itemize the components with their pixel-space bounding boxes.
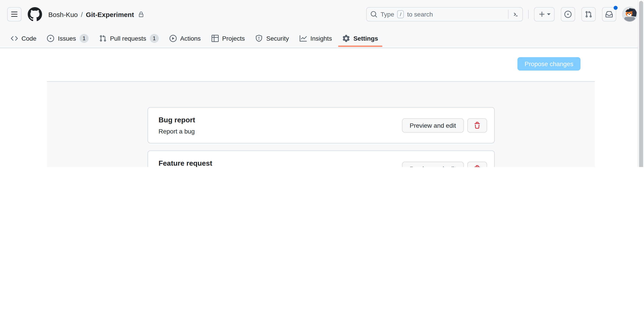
tab-label: Security bbox=[266, 35, 289, 42]
header-divider bbox=[528, 10, 528, 19]
issue-opened-icon bbox=[564, 11, 572, 18]
table-icon bbox=[212, 35, 219, 42]
delete-template-button[interactable] bbox=[467, 118, 487, 132]
issue-opened-icon bbox=[47, 35, 54, 42]
template-text: Bug report Report a bug bbox=[158, 115, 402, 136]
notifications-wrapper bbox=[602, 7, 616, 21]
preview-and-edit-button[interactable]: Preview and edit bbox=[402, 162, 464, 167]
github-logo-icon[interactable] bbox=[28, 7, 42, 21]
page: Bosh-Kuo / Git-Experiment Type / to sear… bbox=[0, 0, 644, 167]
command-palette-icon[interactable] bbox=[508, 10, 519, 19]
lock-icon bbox=[138, 11, 144, 17]
template-title: Feature request bbox=[158, 158, 402, 167]
templates-container: Bug report Report a bug Preview and edit… bbox=[147, 107, 494, 167]
caret-down-icon bbox=[547, 13, 550, 15]
repo-nav: Code Issues 1 Pull requests 1 Actions Pr… bbox=[0, 28, 644, 48]
shield-icon bbox=[256, 35, 263, 42]
tab-label: Actions bbox=[180, 35, 201, 42]
vertical-scrollbar[interactable] bbox=[638, 0, 644, 167]
plus-icon bbox=[538, 11, 546, 18]
tab-security[interactable]: Security bbox=[251, 28, 294, 48]
search-input[interactable]: Type / to search bbox=[366, 7, 523, 21]
breadcrumb-repo-link[interactable]: Git-Experiment bbox=[86, 10, 134, 18]
tab-label: Insights bbox=[310, 35, 332, 42]
tab-pull-requests[interactable]: Pull requests 1 bbox=[95, 28, 163, 48]
git-pull-request-icon bbox=[99, 35, 106, 42]
tab-insights[interactable]: Insights bbox=[295, 28, 336, 48]
breadcrumb-owner-link[interactable]: Bosh-Kuo bbox=[48, 10, 78, 18]
search-icon bbox=[370, 11, 378, 18]
tab-label: Code bbox=[22, 35, 36, 42]
search-placeholder-prefix: Type bbox=[380, 11, 394, 18]
tab-label: Pull requests bbox=[110, 35, 146, 42]
tab-label: Issues bbox=[58, 35, 76, 42]
tab-settings[interactable]: Settings bbox=[338, 28, 382, 48]
create-new-button[interactable] bbox=[534, 7, 554, 21]
template-card-feature-request: Feature request Suggest an idea for this… bbox=[147, 151, 494, 167]
issue-templates-panel: Bug report Report a bug Preview and edit… bbox=[47, 81, 595, 167]
breadcrumb: Bosh-Kuo / Git-Experiment bbox=[48, 10, 144, 18]
user-avatar[interactable] bbox=[622, 7, 637, 21]
hamburger-menu-button[interactable] bbox=[7, 7, 22, 21]
code-icon bbox=[11, 35, 18, 42]
global-header: Bosh-Kuo / Git-Experiment Type / to sear… bbox=[0, 0, 644, 48]
template-description: Report a bug bbox=[158, 127, 402, 136]
tab-code[interactable]: Code bbox=[6, 28, 41, 48]
trash-icon bbox=[474, 122, 480, 129]
issues-header-button[interactable] bbox=[561, 7, 575, 21]
issues-count-badge: 1 bbox=[80, 34, 88, 43]
delete-template-button[interactable] bbox=[467, 162, 487, 167]
tab-issues[interactable]: Issues 1 bbox=[43, 28, 93, 48]
preview-and-edit-button[interactable]: Preview and edit bbox=[402, 118, 464, 132]
graph-icon bbox=[300, 35, 307, 42]
template-text: Feature request Suggest an idea for this… bbox=[158, 158, 402, 167]
tab-label: Settings bbox=[353, 35, 378, 42]
inbox-icon bbox=[606, 11, 613, 18]
git-pull-request-icon bbox=[585, 11, 592, 18]
unread-notification-dot bbox=[614, 6, 618, 10]
play-icon bbox=[170, 35, 177, 42]
gear-icon bbox=[342, 35, 350, 42]
search-placeholder-suffix: to search bbox=[407, 11, 433, 18]
scrollbar-thumb[interactable] bbox=[639, 1, 643, 167]
propose-changes-button[interactable]: Propose changes bbox=[518, 57, 580, 71]
pull-requests-header-button[interactable] bbox=[582, 7, 596, 21]
three-bars-icon bbox=[11, 11, 18, 18]
pull-requests-count-badge: 1 bbox=[150, 34, 159, 43]
trash-icon bbox=[474, 165, 480, 167]
tab-projects[interactable]: Projects bbox=[207, 28, 249, 48]
template-title: Bug report bbox=[158, 115, 402, 126]
slash-key-hint: / bbox=[397, 10, 404, 18]
template-card-bug-report: Bug report Report a bug Preview and edit bbox=[147, 107, 494, 143]
header-row: Bosh-Kuo / Git-Experiment Type / to sear… bbox=[0, 0, 644, 28]
tab-label: Projects bbox=[222, 35, 245, 42]
tab-actions[interactable]: Actions bbox=[165, 28, 205, 48]
breadcrumb-separator: / bbox=[81, 10, 83, 18]
